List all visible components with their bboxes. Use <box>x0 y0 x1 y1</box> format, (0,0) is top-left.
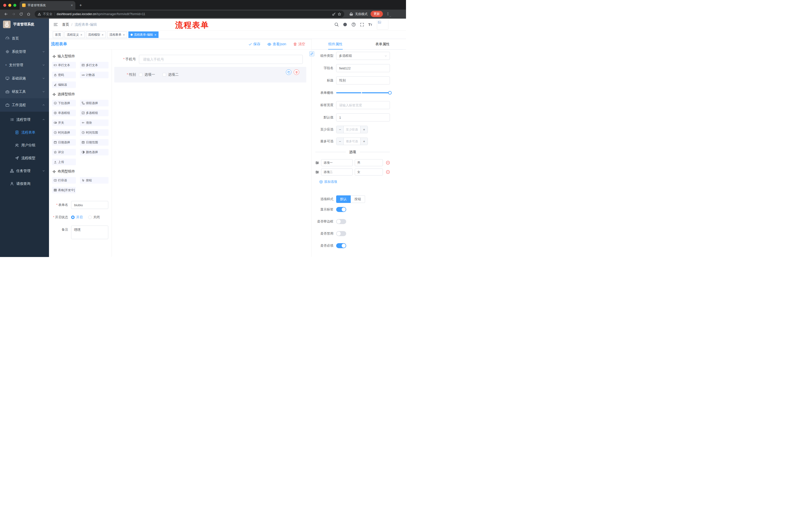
toolbar-chevron-icon[interactable] <box>389 15 392 18</box>
hamburger-icon[interactable] <box>53 22 59 28</box>
view-json-button[interactable]: 查看json <box>267 42 286 47</box>
tag-close-icon[interactable]: × <box>123 33 125 36</box>
tag-process-form[interactable]: 流程表单× <box>107 31 127 38</box>
decrease-button[interactable]: − <box>337 126 344 133</box>
form-field-phone[interactable]: *手机号 <box>114 55 306 64</box>
title-input[interactable] <box>336 77 390 84</box>
tab-form-props[interactable]: 表单属性 <box>359 39 406 49</box>
label-width-input[interactable] <box>336 101 390 109</box>
component-editor[interactable]: 编辑器 <box>52 81 76 88</box>
tag-close-icon[interactable]: × <box>102 33 104 36</box>
delete-widget-button[interactable] <box>294 70 299 75</box>
style-button-button[interactable]: 按钮 <box>351 195 365 203</box>
filter-handle-icon[interactable] <box>315 170 319 174</box>
increase-button[interactable]: + <box>360 126 368 133</box>
checkbox-box[interactable] <box>139 73 142 77</box>
component-cascader[interactable]: 级联选择 <box>80 100 109 106</box>
field-name-input[interactable] <box>336 64 390 72</box>
clear-button[interactable]: 清空 <box>293 42 305 47</box>
component-color-picker[interactable]: 颜色选择 <box>80 149 109 155</box>
component-password[interactable]: 密码 <box>52 72 76 78</box>
phone-input[interactable] <box>139 55 303 64</box>
with-border-switch[interactable] <box>336 219 346 224</box>
component-checkbox-group[interactable]: 多选框组 <box>80 110 109 116</box>
add-option-button[interactable]: 添加选项 <box>319 180 337 184</box>
window-close-button[interactable] <box>3 4 6 7</box>
form-canvas[interactable]: *手机号 *性别 选项一 选项二 <box>112 50 312 257</box>
link-field-button[interactable] <box>309 51 314 56</box>
tag-process-form-edit[interactable]: 流程表单-编辑× <box>128 31 159 38</box>
sidebar-item-dev-tools[interactable]: 研发工具 <box>0 85 49 98</box>
component-time-picker[interactable]: 时间选择 <box>52 129 76 136</box>
grid-slider[interactable] <box>336 89 390 97</box>
address-bar[interactable]: 不安全 dashboard.yudao.iocoder.cn/bpm/manag… <box>35 10 344 18</box>
slider-handle[interactable] <box>388 91 392 94</box>
checkbox-box[interactable] <box>163 73 166 77</box>
sidebar-item-process-form[interactable]: 流程表单 <box>0 126 49 139</box>
sidebar-item-home[interactable]: 首页 <box>0 32 49 45</box>
github-icon[interactable] <box>343 22 347 27</box>
tag-close-icon[interactable]: × <box>154 33 156 36</box>
component-counter[interactable]: 123计数器 <box>80 72 109 78</box>
tag-close-icon[interactable]: × <box>80 33 82 36</box>
tag-process-model[interactable]: 流程模型× <box>86 31 106 38</box>
sidebar-item-workflow[interactable]: 工作流程 <box>0 98 49 112</box>
window-minimize-button[interactable] <box>8 4 11 7</box>
browser-update-button[interactable]: 更新 <box>371 11 383 17</box>
forward-button[interactable] <box>10 10 17 18</box>
decrease-button[interactable]: − <box>337 138 344 145</box>
sidebar-item-infrastructure[interactable]: 基础设施 <box>0 72 49 85</box>
option-value-input[interactable] <box>355 159 383 166</box>
question-icon[interactable] <box>351 22 356 27</box>
remove-option-button[interactable] <box>386 170 390 174</box>
disabled-switch[interactable] <box>336 231 346 236</box>
default-value-input[interactable] <box>336 113 390 121</box>
breadcrumb-home[interactable]: 首页 <box>62 22 69 27</box>
option-label-input[interactable] <box>321 168 353 175</box>
component-time-range[interactable]: 时间范围 <box>80 129 109 136</box>
slider-track[interactable] <box>336 92 390 93</box>
tag-home[interactable]: 首页 <box>53 31 63 38</box>
tag-process-definition[interactable]: 流程定义× <box>64 31 85 38</box>
component-row-container[interactable]: 行容器 <box>52 177 76 184</box>
component-switch[interactable]: 开关 <box>52 119 76 126</box>
style-default-button[interactable]: 默认 <box>336 195 351 203</box>
option-label-input[interactable] <box>321 159 353 166</box>
remove-option-button[interactable] <box>386 161 390 165</box>
save-button[interactable]: 保存 <box>249 42 260 47</box>
component-rate[interactable]: 评分 <box>52 149 76 155</box>
browser-tab[interactable]: 芋道管理系统 × <box>20 1 76 9</box>
back-button[interactable] <box>2 10 9 18</box>
home-button[interactable] <box>25 10 32 18</box>
sidebar-item-process-management[interactable]: 流程管理 <box>0 113 49 126</box>
option-value-input[interactable] <box>355 168 383 175</box>
sidebar-item-system-management[interactable]: 系统管理 <box>0 45 49 58</box>
sidebar-item-leave-query[interactable]: 请假查询 <box>0 177 49 190</box>
component-upload[interactable]: 上传 <box>52 159 76 165</box>
status-on-radio[interactable]: 开启 <box>71 215 83 219</box>
sidebar-item-task-management[interactable]: 任务管理 <box>0 164 49 177</box>
font-size-icon[interactable]: TT <box>368 23 372 26</box>
checkbox-option-1[interactable]: 选项一 <box>139 73 155 77</box>
status-off-radio[interactable]: 关闭 <box>88 215 100 219</box>
component-date-picker[interactable]: 日期选择 <box>52 139 76 145</box>
password-key-icon[interactable] <box>332 12 336 16</box>
search-icon[interactable] <box>335 22 339 27</box>
new-tab-button[interactable]: + <box>77 2 84 8</box>
sidebar-item-payment-management[interactable]: ¥支付管理 <box>0 58 49 72</box>
increase-button[interactable]: + <box>360 138 368 145</box>
tab-close-icon[interactable]: × <box>71 3 73 7</box>
component-table[interactable]: 表格[开发中] <box>52 187 76 193</box>
component-single-line-text[interactable]: 单行文本 <box>52 62 76 69</box>
filter-handle-icon[interactable] <box>315 161 319 165</box>
form-remark-textarea[interactable] <box>71 225 108 239</box>
component-type-select[interactable]: 多选框组 <box>336 52 390 60</box>
bookmark-star-icon[interactable] <box>338 12 341 16</box>
component-date-range[interactable]: 日期范围 <box>80 139 109 145</box>
sidebar-item-process-model[interactable]: 流程模型 <box>0 152 49 164</box>
component-multi-line-text[interactable]: 多行文本 <box>80 62 109 69</box>
tab-component-props[interactable]: 组件属性 <box>312 39 359 49</box>
form-name-input[interactable] <box>71 201 108 209</box>
component-slider[interactable]: 滑块 <box>80 119 109 126</box>
fullscreen-icon[interactable] <box>360 23 364 27</box>
